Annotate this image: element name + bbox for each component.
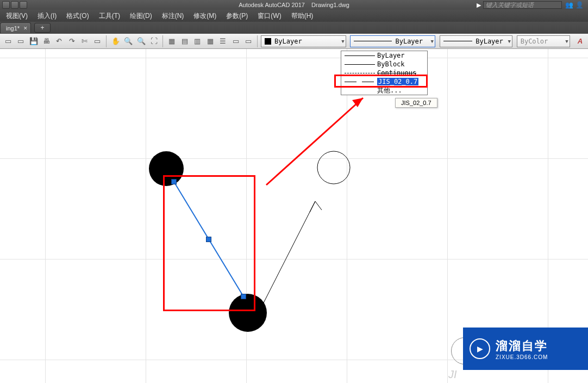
linetype-item-bylayer[interactable]: ByLayer: [341, 51, 427, 60]
qat: [2, 1, 165, 9]
menu-parametric[interactable]: 参数(P): [221, 11, 253, 21]
doc-tabstrip: ing1* ✕ +: [0, 22, 588, 34]
menu-help[interactable]: 帮助(H): [286, 11, 318, 21]
menu-modify[interactable]: 修改(M): [189, 11, 221, 21]
print-btn[interactable]: 🖶: [40, 35, 52, 47]
lineweight-dropdown[interactable]: ByLayer ▼: [440, 35, 512, 47]
save-btn[interactable]: 💾: [28, 35, 39, 47]
line-sample: [345, 73, 375, 73]
menubar: 视图(V) 插入(I) 格式(O) 工具(T) 绘图(D) 标注(N) 修改(M…: [0, 10, 588, 22]
redo-btn[interactable]: ↷: [66, 35, 77, 47]
menu-dimension[interactable]: 标注(N): [157, 11, 189, 21]
svg-point-2: [317, 151, 350, 184]
linetype-item-byblock[interactable]: ByBlock: [341, 60, 427, 69]
line-sample: [354, 41, 392, 41]
chevron-down-icon: ▼: [430, 39, 433, 44]
layout-btn-5[interactable]: ☰: [217, 35, 229, 47]
color-swatch: [265, 38, 271, 45]
svg-marker-6: [352, 98, 363, 107]
text-style-btn[interactable]: A: [574, 35, 586, 47]
layout-btn-7[interactable]: ▭: [243, 35, 254, 47]
chevron-down-icon: ▼: [565, 39, 568, 44]
zoom-ext-btn[interactable]: ⛶: [148, 35, 159, 47]
linetype-item-jis[interactable]: JIS_02_0.7: [341, 77, 427, 86]
linetype-item-other[interactable]: 其他...: [341, 86, 427, 95]
open-btn[interactable]: ▭: [15, 35, 26, 47]
linetype-dropdown[interactable]: ByLayer ▼: [350, 35, 435, 47]
grip-end2[interactable]: [241, 294, 246, 299]
pan-btn[interactable]: ✋: [110, 35, 121, 47]
toolbar: ▭ ▭ 💾 🖶 ↶ ↷ ✄ ▭ ✋ 🔍 🔍 ⛶ ▦ ▤ ▥ ▦ ☰ ▭ ▭ By…: [0, 34, 588, 49]
search-icon[interactable]: ▶: [477, 2, 481, 9]
menu-tools[interactable]: 工具(T): [94, 11, 125, 21]
line-sample: [443, 41, 472, 41]
line-sample: [345, 64, 375, 65]
plotstyle-value: ByColor: [521, 38, 548, 45]
svg-line-4: [254, 201, 315, 321]
signin-icon[interactable]: 👥: [565, 1, 573, 9]
line-sample: [345, 82, 375, 82]
paste-btn[interactable]: ▭: [91, 35, 103, 47]
zoom-in-btn[interactable]: 🔍: [122, 35, 134, 47]
close-icon[interactable]: ✕: [23, 26, 28, 31]
window-title: Autodesk AutoCAD 2017 Drawing1.dwg: [239, 2, 349, 8]
chevron-down-icon: ▼: [508, 39, 510, 44]
layout-btn-6[interactable]: ▭: [230, 35, 241, 47]
doc-name: Drawing1.dwg: [311, 2, 349, 8]
line-sample: [345, 55, 375, 56]
zoom-out-btn[interactable]: 🔍: [135, 35, 147, 47]
layer-color-value: ByLayer: [274, 38, 302, 45]
lineweight-value: ByLayer: [476, 38, 503, 45]
plotstyle-dropdown[interactable]: ByColor ▼: [517, 35, 570, 47]
linetype-value: ByLayer: [395, 38, 423, 45]
layer-color-dropdown[interactable]: ByLayer ▼: [261, 35, 346, 47]
add-tab-button[interactable]: +: [34, 23, 51, 33]
cut-btn[interactable]: ✄: [79, 35, 90, 47]
menu-insert[interactable]: 插入(I): [33, 11, 61, 21]
new-btn[interactable]: ▭: [2, 35, 14, 47]
titlebar: Autodesk AutoCAD 2017 Drawing1.dwg ▶ 键入关…: [0, 0, 588, 10]
doc-tab-drawing1[interactable]: ing1* ✕: [0, 22, 31, 33]
title-right-icons: 👥 👤: [565, 1, 586, 9]
qat-btn-1[interactable]: [2, 1, 10, 9]
doc-tab-label: ing1*: [6, 25, 20, 32]
app-name: Autodesk AutoCAD 2017: [239, 2, 305, 8]
menu-format[interactable]: 格式(O): [61, 11, 93, 21]
menu-window[interactable]: 窗口(W): [253, 11, 286, 21]
layout-btn-3[interactable]: ▥: [192, 35, 203, 47]
linetype-dropdown-list: ByLayer ByBlock Continuous JIS_02_0.7 其他…: [341, 51, 428, 95]
search-input[interactable]: 键入关键字或短语: [483, 1, 562, 9]
sep1: [106, 35, 107, 47]
svg-point-0: [149, 151, 184, 186]
linetype-item-continuous[interactable]: Continuous: [341, 69, 427, 77]
menu-draw[interactable]: 绘图(D): [125, 11, 157, 21]
menu-view[interactable]: 视图(V): [1, 11, 33, 21]
watermark: ▶ 溜溜自学 ZIXUE.3D66.COM: [463, 328, 588, 370]
ghost-text: JI: [448, 368, 457, 381]
play-icon: ▶: [470, 338, 490, 359]
sep3: [257, 35, 258, 47]
layout-btn-2[interactable]: ▤: [179, 35, 190, 47]
layout-btn-1[interactable]: ▦: [166, 35, 178, 47]
qat-btn-2[interactable]: [11, 1, 18, 9]
annotation-selection-box: [163, 175, 255, 311]
svg-line-5: [266, 98, 363, 185]
info-search: ▶ 键入关键字或短语: [477, 1, 562, 9]
svg-point-1: [229, 294, 267, 332]
watermark-url: ZIXUE.3D66.COM: [496, 354, 548, 360]
user-icon[interactable]: 👤: [576, 1, 584, 9]
linetype-tooltip: JIS_02_0.7: [395, 98, 437, 108]
grip-mid[interactable]: [206, 237, 211, 242]
sep2: [162, 35, 164, 47]
qat-btn-3[interactable]: [20, 1, 27, 9]
watermark-zh: 溜溜自学: [496, 338, 548, 354]
layout-btn-4[interactable]: ▦: [204, 35, 216, 47]
undo-btn[interactable]: ↶: [53, 35, 65, 47]
grip-end1[interactable]: [171, 179, 177, 184]
chevron-down-icon: ▼: [341, 39, 344, 44]
